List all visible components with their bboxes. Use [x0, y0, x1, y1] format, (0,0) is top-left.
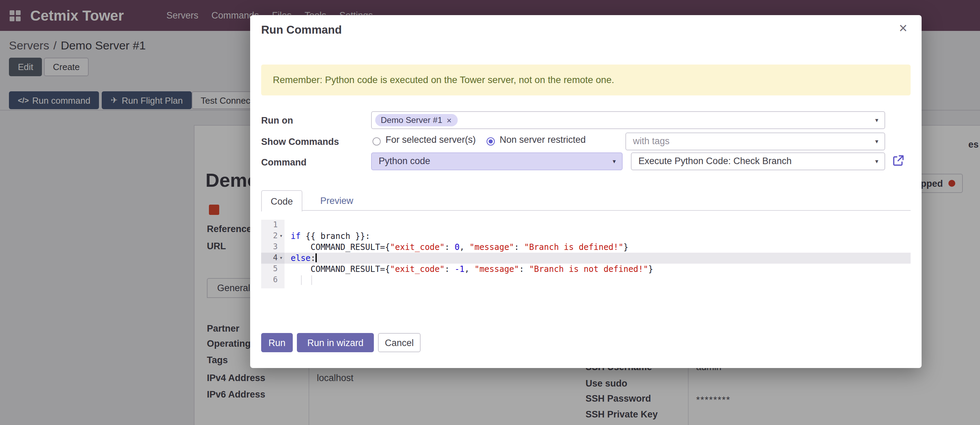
remove-tag-icon[interactable]: ✕ [446, 116, 452, 124]
fold-toggle-icon[interactable]: ▾ [278, 253, 285, 264]
chevron-down-icon[interactable]: ▾ [612, 158, 616, 165]
server-tag-label: Demo Server #1 [381, 115, 442, 125]
code-gutter: 12▾34▾56 [261, 220, 285, 289]
gutter-line-number: 1 [261, 220, 285, 231]
code-token: "message" [469, 243, 514, 252]
radio-non-server-restricted-label[interactable]: Non server restricted [500, 135, 586, 145]
code-token: } [648, 264, 653, 274]
code-token: : [519, 264, 529, 274]
fold-toggle-icon[interactable]: ▾ [278, 231, 285, 242]
run-on-label: Run on [261, 115, 293, 126]
indent-guide [301, 275, 302, 285]
code-token: } [623, 243, 628, 252]
code-line[interactable] [285, 220, 911, 231]
cancel-button[interactable]: Cancel [378, 333, 421, 352]
gutter-line-number: 3 [261, 242, 285, 253]
code-token: : [445, 243, 455, 252]
gutter-line-number: 2▾ [261, 231, 285, 242]
code-token: COMMAND_RESULT={ [291, 243, 390, 252]
chevron-down-icon[interactable]: ▾ [875, 158, 878, 165]
gutter-line-number: 5 [261, 264, 285, 274]
code-line[interactable]: else: [285, 253, 911, 264]
code-token: "Branch is not defined!" [529, 264, 648, 274]
server-tag: Demo Server #1 ✕ [375, 114, 457, 126]
tab-preview[interactable]: Preview [313, 190, 360, 211]
command-type-value: Python code [372, 153, 622, 170]
code-token: "exit_code" [390, 264, 445, 274]
command-type-select[interactable]: Python code ▾ [371, 152, 623, 170]
external-link-icon[interactable] [891, 154, 905, 168]
code-token: : [514, 243, 524, 252]
code-line[interactable]: COMMAND_RESULT={"exit_code": 0, "message… [285, 242, 911, 253]
code-editor[interactable]: 12▾34▾56 if {{ branch }}: COMMAND_RESULT… [261, 220, 911, 289]
code-token: else [291, 253, 311, 263]
warning-alert: Remember: Python code is executed on the… [261, 65, 911, 95]
run-button[interactable]: Run [261, 333, 293, 352]
command-value: Execute Python Code: Check Branch [632, 153, 885, 170]
code-token: "exit_code" [390, 243, 445, 252]
code-line[interactable] [285, 274, 911, 285]
code-line[interactable]: if {{ branch }}: [285, 231, 911, 242]
gutter-line-number: 4▾ [261, 253, 285, 264]
code-token: : [311, 253, 315, 263]
code-token: {{ branch }}: [301, 232, 370, 241]
command-select[interactable]: Execute Python Code: Check Branch ▾ [631, 152, 885, 170]
code-token: "message" [474, 264, 519, 274]
text-cursor [315, 253, 317, 262]
run-in-wizard-button[interactable]: Run in wizard [297, 333, 374, 352]
code-token: , [460, 243, 469, 252]
run-command-dialog: Run Command × Remember: Python code is e… [250, 15, 921, 368]
chevron-down-icon[interactable]: ▾ [875, 117, 878, 124]
chevron-down-icon[interactable]: ▾ [875, 138, 878, 145]
close-icon[interactable]: × [899, 20, 907, 36]
code-token: if [291, 232, 301, 241]
code-token: COMMAND_RESULT={ [291, 264, 390, 274]
with-tags-select[interactable]: with tags ▾ [625, 133, 885, 151]
radio-non-server-restricted[interactable] [487, 137, 495, 146]
show-commands-label: Show Commands [261, 136, 339, 147]
code-line[interactable]: COMMAND_RESULT={"exit_code": -1, "messag… [285, 264, 911, 274]
indent-guide [311, 275, 312, 285]
command-label: Command [261, 157, 307, 168]
run-on-field[interactable]: Demo Server #1 ✕ ▾ [371, 111, 885, 129]
code-token: -1 [455, 264, 465, 274]
code-token: 0 [455, 243, 460, 252]
code-token: , [465, 264, 474, 274]
radio-for-selected-servers[interactable] [372, 137, 381, 146]
code-lines: if {{ branch }}: COMMAND_RESULT={"exit_c… [285, 220, 911, 289]
dialog-title: Run Command [261, 23, 342, 36]
code-token: "Branch is defined!" [524, 243, 623, 252]
gutter-line-number: 6 [261, 274, 285, 285]
tab-code[interactable]: Code [261, 190, 302, 211]
with-tags-placeholder: with tags [626, 133, 885, 150]
screen: Cetmix Tower Servers Commands Files Tool… [0, 0, 980, 425]
code-token: : [445, 264, 455, 274]
radio-for-selected-servers-label[interactable]: For selected server(s) [385, 135, 476, 145]
